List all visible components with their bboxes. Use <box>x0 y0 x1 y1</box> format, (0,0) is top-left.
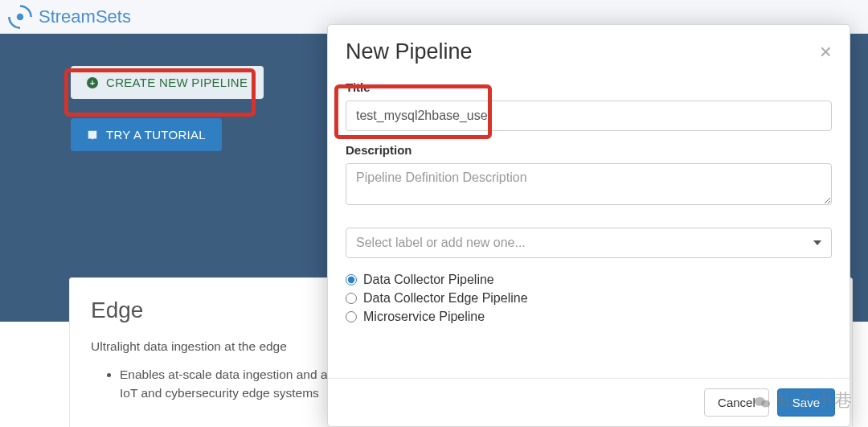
save-button[interactable]: Save <box>777 388 835 417</box>
create-new-pipeline-label: CREATE NEW PIPELINE <box>106 76 248 89</box>
radio-data-collector[interactable]: Data Collector Pipeline <box>346 273 832 287</box>
label-select[interactable]: Select label or add new one... <box>346 228 832 258</box>
brand-name: StreamSets <box>39 6 131 27</box>
radio-edge-input[interactable] <box>346 293 357 304</box>
modal-header: New Pipeline × <box>328 25 850 79</box>
label-select-placeholder: Select label or add new one... <box>356 236 526 250</box>
try-tutorial-label: TRY A TUTORIAL <box>106 128 206 142</box>
title-field-group: Title <box>346 80 832 131</box>
cancel-button[interactable]: Cancel <box>704 388 769 417</box>
modal-title: New Pipeline <box>346 39 473 64</box>
description-field-group: Description <box>346 143 832 208</box>
radio-edge[interactable]: Data Collector Edge Pipeline <box>346 291 832 306</box>
svg-point-0 <box>17 13 24 20</box>
description-input[interactable] <box>346 163 832 205</box>
pipeline-type-radios: Data Collector Pipeline Data Collector E… <box>346 273 832 324</box>
modal-body: Title Description Select label or add ne… <box>328 79 850 378</box>
plus-circle-icon: + <box>87 77 98 88</box>
title-input[interactable] <box>346 101 832 131</box>
description-label: Description <box>346 143 832 157</box>
close-icon[interactable]: × <box>820 39 832 64</box>
modal-footer: Cancel Save <box>328 378 850 426</box>
title-label: Title <box>346 80 832 94</box>
radio-data-collector-input[interactable] <box>346 274 357 285</box>
book-icon <box>87 129 98 141</box>
brand-logo[interactable]: StreamSets <box>6 3 131 31</box>
chevron-down-icon <box>813 240 821 245</box>
try-tutorial-button[interactable]: TRY A TUTORIAL <box>71 118 222 151</box>
create-new-pipeline-button[interactable]: + CREATE NEW PIPELINE <box>71 66 264 99</box>
radio-data-collector-label: Data Collector Pipeline <box>363 273 494 287</box>
logo-icon <box>6 3 34 31</box>
new-pipeline-modal: New Pipeline × Title Description Select … <box>327 24 850 427</box>
radio-microservice-label: Microservice Pipeline <box>363 310 485 324</box>
radio-edge-label: Data Collector Edge Pipeline <box>363 291 528 306</box>
radio-microservice-input[interactable] <box>346 311 357 322</box>
radio-microservice[interactable]: Microservice Pipeline <box>346 310 832 324</box>
